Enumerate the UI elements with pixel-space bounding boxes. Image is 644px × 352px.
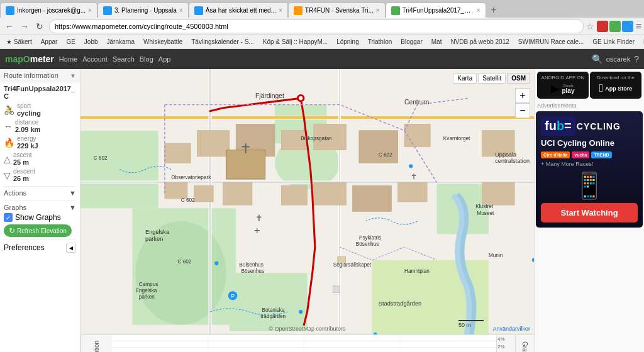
url-input[interactable] — [49, 19, 584, 33]
tab-4[interactable]: TR4FUN - Svenska Tri... × — [288, 3, 386, 18]
android-store-badge[interactable]: ANDROID APP ON ▶ Google play — [537, 72, 589, 99]
user-link[interactable]: Användarvilkor — [492, 326, 530, 332]
mapo-logo[interactable]: mapOmeter — [5, 54, 54, 64]
nav-app[interactable]: App — [158, 55, 171, 63]
map-container: Centrum Uppsala centralstation Fjärdinge… — [80, 69, 534, 352]
ios-store-badge[interactable]: Download on the  App Store — [590, 72, 641, 99]
sidebar-header: Route information ▼ — [0, 69, 80, 82]
ascent-icon: △ — [4, 154, 11, 164]
svg-text:Engelska: Engelska — [145, 229, 170, 236]
bookmark-tavling[interactable]: Tävlingskalender - S... — [187, 37, 258, 47]
bookmark-whiskey[interactable]: Whiskeybattle — [140, 37, 186, 47]
bookmark-kopsalj[interactable]: Köp & Sälj :: HappyM... — [259, 37, 331, 47]
sidebar-toggle[interactable]: ▼ — [70, 72, 76, 79]
bookmark-lopning[interactable]: Löpning — [333, 37, 363, 47]
back-button[interactable]: ← — [3, 19, 16, 33]
energy-icon: 🔥 — [4, 138, 14, 148]
svg-text:Stadsträdgården: Stadsträdgården — [379, 300, 421, 307]
svg-text:Bösenhus: Bösenhus — [356, 241, 379, 247]
svg-text:✝: ✝ — [411, 172, 417, 181]
nav-account[interactable]: Account — [82, 55, 108, 63]
scale-label: 50 m — [458, 322, 471, 328]
trend-logo: TREND — [591, 151, 611, 158]
help-icon[interactable]: ? — [634, 54, 639, 64]
search-icon[interactable]: 🔍 — [592, 54, 602, 64]
nav-search[interactable]: Search — [113, 55, 135, 63]
osm-button[interactable]: OSM — [507, 73, 530, 84]
svg-rect-27 — [281, 185, 307, 205]
ext-icon-2[interactable] — [609, 21, 621, 32]
user-account[interactable]: oscarek — [606, 55, 631, 63]
bookmark-jarnkarna[interactable]: Järnkarna — [103, 37, 138, 47]
new-tab-button[interactable]: + — [486, 3, 501, 18]
svg-text:Botaniska: Botaniska — [262, 307, 285, 313]
start-watching-button[interactable]: Start Watching — [541, 203, 638, 223]
tab-1[interactable]: Inkorgen - joscarek@g... × — [0, 3, 97, 18]
ext-icon-3[interactable] — [622, 21, 633, 32]
right-panel: ANDROID APP ON ▶ Google play Download on… — [534, 69, 644, 352]
energy-value: 229 kJ — [17, 142, 38, 150]
karta-button[interactable]: Karta — [453, 73, 477, 84]
sport-label: sport — [17, 102, 41, 109]
bookmark-nvdb[interactable]: NVDB på webb 2012 — [447, 37, 513, 47]
show-graphs-row: ✓ Show Graphs — [4, 213, 76, 222]
prefs-toggle[interactable]: ◄ — [66, 243, 76, 253]
tab-label-3: Åsa har skickat ett med... — [206, 7, 276, 14]
tab-bar: Inkorgen - joscarek@g... × 3. Planering … — [0, 0, 644, 18]
bookmark-minimalist[interactable]: Minimalist Ironman T... — [640, 37, 644, 47]
zoom-in-button[interactable]: + — [515, 88, 530, 103]
zoom-out-button[interactable]: − — [515, 103, 530, 118]
actions-toggle[interactable]: ▼ — [69, 189, 76, 197]
forward-button[interactable]: → — [18, 19, 31, 33]
bookmark-ge-link[interactable]: GE Link Finder — [589, 37, 638, 47]
app-store-label: App Store — [605, 85, 632, 92]
svg-text:parken: parken — [145, 236, 163, 242]
bookmark-jobb[interactable]: Jobb — [80, 37, 102, 47]
tab-2[interactable]: 3. Planering - Uppsala × — [97, 3, 189, 18]
tab-favicon-1 — [6, 6, 14, 15]
svg-point-76 — [409, 164, 413, 168]
tab-close-3[interactable]: × — [279, 7, 282, 14]
bookmark-saket[interactable]: ★ Säkert — [3, 37, 36, 47]
refresh-button[interactable]: ↻ — [33, 19, 47, 33]
descent-value: 26 m — [13, 175, 35, 182]
graphs-toggle[interactable]: ▼ — [69, 204, 76, 211]
browser-chrome: Inkorgen - joscarek@g... × 3. Planering … — [0, 0, 644, 49]
svg-text:Uppsala: Uppsala — [495, 151, 517, 158]
bookmark-triathlon[interactable]: Triathlon — [364, 37, 396, 47]
bookmark-star[interactable]: ☆ — [586, 21, 594, 31]
tab-5[interactable]: Tri4FunUppsala2017_Cy... × — [386, 3, 486, 18]
svg-text:C 602: C 602 — [181, 197, 195, 203]
fubo-ad[interactable]: fub= CYCLING UCI Cycling Online Giro d'I… — [536, 111, 643, 228]
tab-label-1: Inkorgen - joscarek@g... — [17, 7, 86, 14]
bookmark-appar[interactable]: Appar — [37, 37, 62, 47]
bookmark-swimrun[interactable]: SWIMRUN Race cale... — [514, 37, 587, 47]
menu-button[interactable]: ≡ — [636, 21, 641, 32]
nav-home[interactable]: Home — [59, 55, 77, 63]
descent-row: ▽ descent 26 m — [4, 168, 76, 182]
tab-close-5[interactable]: × — [477, 7, 480, 14]
svg-rect-4 — [230, 273, 308, 331]
tab-3[interactable]: Åsa har skickat ett med... × — [189, 3, 288, 18]
scale-bar: 50 m — [458, 320, 484, 328]
svg-rect-18 — [197, 131, 230, 157]
cycling-label: CYCLING — [577, 121, 621, 131]
bookmark-bloggar[interactable]: Bloggar — [397, 37, 426, 47]
app-container: Route information ▼ Tri4FunUppsala2017_C… — [0, 69, 644, 352]
ext-icon-1[interactable] — [597, 21, 608, 32]
satellit-button[interactable]: Satellit — [478, 73, 506, 84]
refresh-elevation-button[interactable]: ↻ Refresh Elevation — [4, 224, 72, 237]
tab-close-4[interactable]: × — [376, 7, 380, 14]
mapo-navbar: mapOmeter Home Account Search Blog App 🔍… — [0, 49, 644, 69]
bookmark-ge[interactable]: GE — [62, 37, 79, 47]
zoom-controls: + − — [515, 88, 530, 118]
tab-favicon-3 — [194, 6, 203, 15]
nav-blog[interactable]: Blog — [140, 55, 153, 63]
tab-close-1[interactable]: × — [88, 7, 92, 14]
svg-rect-22 — [359, 131, 398, 163]
map-background[interactable]: Centrum Uppsala centralstation Fjärdinge… — [80, 69, 534, 334]
show-graphs-checkbox[interactable]: ✓ — [4, 213, 13, 222]
bookmark-mat[interactable]: Mat — [428, 37, 446, 47]
tab-close-2[interactable]: × — [179, 7, 183, 14]
actions-section: Actions ▼ — [4, 186, 76, 197]
